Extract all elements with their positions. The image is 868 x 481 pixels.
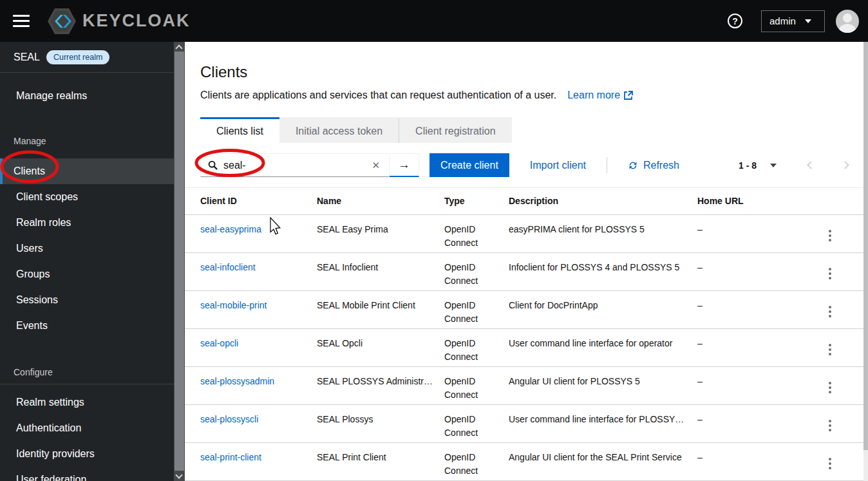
client-home-url: – — [697, 442, 794, 480]
client-name: SEAL Plossys — [317, 404, 444, 442]
sidebar-item-groups[interactable]: Groups — [0, 261, 185, 287]
external-link-icon — [624, 91, 633, 100]
pagination-range: 1 - 8 — [739, 160, 757, 171]
nav-group-title-configure: Configure — [0, 363, 185, 381]
current-realm-badge: Current realm — [46, 50, 109, 64]
column-header-type: Type — [444, 188, 509, 214]
scroll-up-icon[interactable] — [175, 44, 182, 52]
kebab-menu-icon[interactable] — [826, 265, 834, 283]
client-home-url: – — [697, 252, 794, 290]
scroll-down-icon[interactable] — [175, 471, 182, 478]
toolbar-divider — [607, 157, 607, 173]
sidebar-scrollbar-thumb[interactable] — [175, 52, 184, 471]
pagination: 1 - 8 — [739, 160, 848, 171]
client-type: OpenID Connect — [444, 404, 509, 442]
client-home-url: – — [697, 404, 794, 442]
avatar[interactable] — [836, 10, 859, 33]
top-bar: KEYCLOAK ? admin — [0, 0, 868, 42]
client-home-url: – — [697, 290, 794, 328]
client-name: SEAL Mobile Print Client — [317, 290, 444, 328]
column-header-actions — [794, 188, 863, 214]
realm-header[interactable]: SEAL Current realm — [0, 42, 185, 73]
sidebar-item-sessions[interactable]: Sessions — [0, 287, 185, 313]
column-header-client-id: Client ID — [185, 188, 317, 214]
pagination-next-icon[interactable] — [841, 161, 849, 169]
sidebar-item-user-federation[interactable]: User federation — [0, 467, 185, 481]
refresh-label: Refresh — [643, 160, 679, 171]
main-content: Clients Clients are applications and ser… — [185, 42, 863, 481]
sidebar: SEAL Current realm Manage realmsManageCl… — [0, 42, 185, 481]
user-dropdown[interactable]: admin — [761, 10, 825, 32]
user-dropdown-value: admin — [769, 15, 796, 26]
create-client-button[interactable]: Create client — [429, 153, 509, 177]
client-description: Client for DocPrintApp — [509, 290, 697, 328]
refresh-button[interactable]: Refresh — [628, 160, 679, 171]
search-icon — [208, 160, 218, 170]
kebab-menu-icon[interactable] — [826, 417, 834, 435]
kebab-menu-icon[interactable] — [826, 455, 834, 473]
sidebar-item-users[interactable]: Users — [0, 236, 185, 261]
sidebar-nav: Manage realmsManageClientsClient scopesR… — [0, 73, 185, 481]
table-row: seal-opcliSEAL OpcliOpenID ConnectUser c… — [185, 328, 863, 366]
client-id-link[interactable]: seal-plossysadmin — [200, 376, 274, 386]
client-type: OpenID Connect — [444, 366, 509, 404]
sidebar-item-client-scopes[interactable]: Client scopes — [0, 184, 185, 210]
client-type: OpenID Connect — [444, 214, 509, 252]
kebab-menu-icon[interactable] — [826, 227, 834, 245]
realm-name: SEAL — [14, 52, 40, 63]
sidebar-item-realm-roles[interactable]: Realm roles — [0, 210, 185, 236]
window-scrollbar[interactable] — [863, 42, 868, 481]
search-input[interactable] — [223, 160, 363, 171]
pagination-prev-icon[interactable] — [807, 161, 815, 169]
search-submit-button[interactable]: → — [390, 153, 419, 177]
page-title: Clients — [200, 63, 848, 81]
clear-search-icon[interactable]: ✕ — [369, 158, 382, 173]
hamburger-menu-icon[interactable] — [13, 15, 30, 27]
learn-more-label: Learn more — [567, 90, 620, 101]
kebab-menu-icon[interactable] — [826, 341, 834, 359]
brand-text: KEYCLOAK — [82, 11, 191, 31]
tabs: Clients listInitial access tokenClient r… — [185, 117, 863, 143]
tab-client-registration[interactable]: Client registration — [399, 117, 512, 143]
sidebar-scrollbar[interactable] — [174, 42, 185, 481]
client-home-url: – — [697, 214, 794, 252]
table-row: seal-print-clientSEAL Print ClientOpenID… — [185, 442, 863, 480]
kebab-menu-icon[interactable] — [826, 303, 834, 321]
client-name: SEAL Opcli — [317, 328, 444, 366]
help-icon[interactable]: ? — [728, 14, 742, 28]
import-client-button[interactable]: Import client — [530, 160, 586, 171]
client-home-url: – — [697, 366, 794, 404]
chevron-down-icon — [805, 19, 811, 23]
sidebar-item-realm-settings[interactable]: Realm settings — [0, 390, 185, 415]
client-id-link[interactable]: seal-easyprima — [200, 224, 261, 234]
sidebar-item-identity-providers[interactable]: Identity providers — [0, 441, 185, 467]
client-type: OpenID Connect — [444, 328, 509, 366]
table-row: seal-easyprimaSEAL Easy PrimaOpenID Conn… — [185, 214, 863, 252]
refresh-icon — [628, 160, 638, 171]
learn-more-link[interactable]: Learn more — [567, 90, 633, 101]
kebab-menu-icon[interactable] — [826, 379, 834, 397]
keycloak-logo: KEYCLOAK — [47, 7, 191, 35]
client-name: SEAL Print Client — [317, 442, 444, 480]
window-scrollbar-thumb[interactable] — [863, 42, 868, 450]
sidebar-item-events[interactable]: Events — [0, 313, 185, 339]
client-type: OpenID Connect — [444, 442, 509, 480]
page-description: Clients are applications and services th… — [200, 90, 556, 101]
client-id-link[interactable]: seal-opcli — [200, 338, 238, 348]
client-description: User command line interface for PLOSSY… — [509, 404, 697, 442]
client-name: SEAL PLOSSYS Administr… — [317, 366, 444, 404]
keycloak-logo-icon — [47, 7, 77, 35]
client-id-link[interactable]: seal-print-client — [200, 452, 261, 462]
tab-clients-list[interactable]: Clients list — [200, 117, 279, 143]
sidebar-item-authentication[interactable]: Authentication — [0, 415, 185, 441]
client-id-link[interactable]: seal-plossyscli — [200, 414, 258, 424]
tab-initial-access-token[interactable]: Initial access token — [279, 117, 399, 143]
client-description: Angular UI client for PLOSSYS 5 — [509, 366, 697, 404]
pagination-dropdown-icon[interactable] — [770, 164, 777, 167]
client-id-link[interactable]: seal-infoclient — [200, 262, 256, 272]
sidebar-item-manage-realms[interactable]: Manage realms — [0, 83, 185, 109]
client-type: OpenID Connect — [444, 290, 509, 328]
sidebar-item-clients[interactable]: Clients — [0, 158, 185, 184]
table-row: seal-infoclientSEAL InfoclientOpenID Con… — [185, 252, 863, 290]
client-id-link[interactable]: seal-mobile-print — [200, 300, 267, 310]
